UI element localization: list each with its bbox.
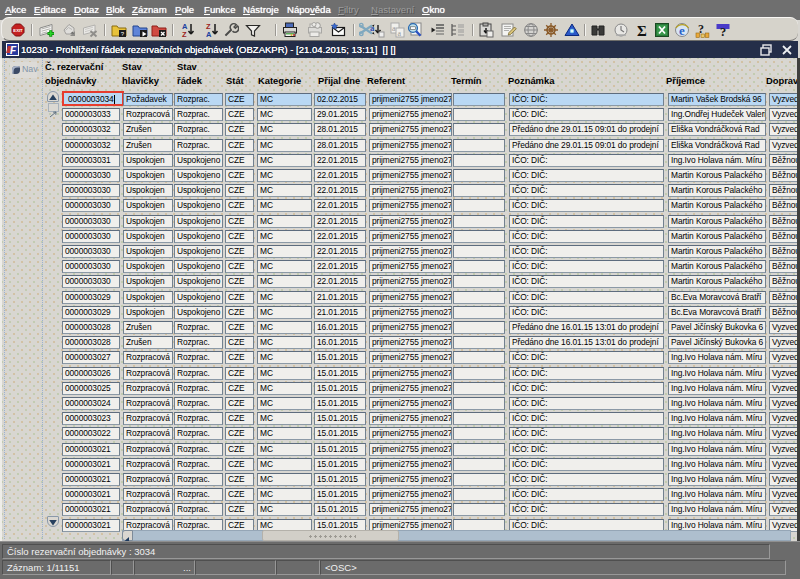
svg-text:Z: Z bbox=[182, 30, 187, 38]
svg-text:a: a bbox=[398, 29, 402, 38]
svg-text:EXIT: EXIT bbox=[13, 28, 23, 33]
svg-text:a: a bbox=[392, 24, 396, 33]
svg-text:a: a bbox=[370, 23, 375, 33]
svg-text:A: A bbox=[206, 30, 212, 38]
svg-text:?: ? bbox=[720, 25, 726, 39]
svg-text:Σ: Σ bbox=[637, 23, 647, 39]
